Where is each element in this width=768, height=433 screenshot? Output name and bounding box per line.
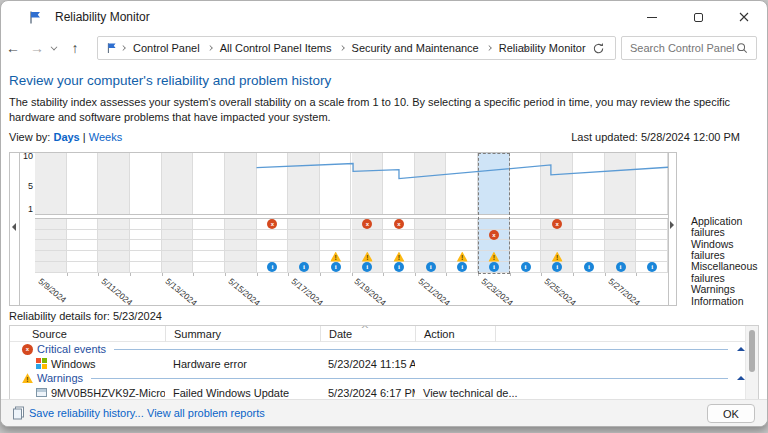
- column-header-summary[interactable]: Summary: [165, 326, 320, 342]
- event-grid-cell[interactable]: [193, 219, 225, 230]
- event-grid-cell[interactable]: [225, 219, 257, 230]
- event-grid-cell[interactable]: [35, 230, 67, 241]
- maximize-button[interactable]: [675, 1, 721, 33]
- event-grid-cell[interactable]: [67, 219, 99, 230]
- event-grid-cell[interactable]: [288, 240, 320, 251]
- event-grid-cell[interactable]: [605, 251, 637, 262]
- scrollbar-thumb[interactable]: [749, 330, 755, 372]
- warning-event-icon[interactable]: !: [457, 252, 468, 262]
- column-header-date[interactable]: Date^: [320, 326, 415, 342]
- column-header-source[interactable]: Source: [10, 326, 165, 342]
- error-event-icon[interactable]: x: [267, 219, 277, 229]
- view-all-problem-reports-link[interactable]: View all problem reports: [147, 407, 265, 419]
- event-grid-cell[interactable]: [415, 240, 447, 251]
- event-grid-cell[interactable]: [636, 230, 668, 241]
- error-event-icon[interactable]: x: [394, 219, 404, 229]
- view-by-days-link[interactable]: Days: [53, 131, 79, 143]
- event-grid-cell[interactable]: [573, 240, 605, 251]
- event-grid-cell[interactable]: [383, 240, 415, 251]
- address-dropdown-chevron-icon[interactable]: [523, 44, 530, 51]
- error-event-icon[interactable]: x: [362, 219, 372, 229]
- event-grid-cell[interactable]: [415, 251, 447, 262]
- event-grid-cell[interactable]: [320, 240, 352, 251]
- info-event-icon[interactable]: i: [299, 262, 309, 272]
- event-grid-cell[interactable]: [162, 262, 194, 273]
- event-grid-cell[interactable]: [225, 262, 257, 273]
- event-grid-cell[interactable]: [541, 230, 573, 241]
- event-grid-cell[interactable]: [257, 240, 289, 251]
- event-grid-cell[interactable]: [573, 219, 605, 230]
- event-grid-cell[interactable]: [257, 251, 289, 262]
- event-grid-cell[interactable]: [162, 230, 194, 241]
- event-grid-cell[interactable]: [446, 240, 478, 251]
- event-grid-cell[interactable]: [288, 251, 320, 262]
- event-grid-cell[interactable]: [35, 251, 67, 262]
- refresh-icon[interactable]: [592, 42, 605, 55]
- event-grid-cell[interactable]: [193, 230, 225, 241]
- back-button[interactable]: ←: [1, 40, 25, 56]
- view-by-weeks-link[interactable]: Weeks: [89, 131, 122, 143]
- event-grid-cell[interactable]: [130, 262, 162, 273]
- event-grid-cell[interactable]: [383, 230, 415, 241]
- info-event-icon[interactable]: i: [521, 262, 531, 272]
- event-grid-cell[interactable]: [446, 230, 478, 241]
- warning-event-icon[interactable]: !: [552, 252, 563, 262]
- event-grid-cell[interactable]: [35, 262, 67, 273]
- info-event-icon[interactable]: i: [489, 262, 499, 272]
- event-grid-cell[interactable]: [320, 219, 352, 230]
- event-grid-cell[interactable]: [446, 219, 478, 230]
- event-grid-cell[interactable]: [636, 251, 668, 262]
- warning-event-icon[interactable]: !: [362, 252, 373, 262]
- info-event-icon[interactable]: i: [426, 262, 436, 272]
- collapse-chevron-icon[interactable]: [737, 347, 745, 351]
- search-icon[interactable]: [736, 42, 748, 54]
- event-grid-cell[interactable]: [162, 240, 194, 251]
- event-grid-cell[interactable]: [320, 230, 352, 241]
- error-event-icon[interactable]: x: [552, 219, 562, 229]
- warning-event-icon[interactable]: !: [393, 252, 404, 262]
- info-event-icon[interactable]: i: [552, 262, 562, 272]
- event-grid-cell[interactable]: [510, 251, 542, 262]
- info-event-icon[interactable]: i: [394, 262, 404, 272]
- event-grid-cell[interactable]: [193, 262, 225, 273]
- breadcrumb-item[interactable]: Control Panel: [128, 42, 205, 54]
- action-link[interactable]: View technical de...: [415, 387, 747, 399]
- event-grid-cell[interactable]: [67, 230, 99, 241]
- event-row[interactable]: WindowsHardware error5/23/2024 11:15 AM: [10, 357, 747, 371]
- event-grid-cell[interactable]: [130, 219, 162, 230]
- event-grid-cell[interactable]: [225, 230, 257, 241]
- event-grid-cell[interactable]: [130, 230, 162, 241]
- up-button[interactable]: ↑: [63, 40, 87, 56]
- event-grid-cell[interactable]: [67, 251, 99, 262]
- event-grid-cell[interactable]: [193, 251, 225, 262]
- event-grid-cell[interactable]: [257, 230, 289, 241]
- address-bar[interactable]: Control PanelAll Control Panel ItemsSecu…: [97, 36, 616, 60]
- event-grid-cell[interactable]: [162, 251, 194, 262]
- event-grid-cell[interactable]: [98, 240, 130, 251]
- breadcrumb-chevron-icon[interactable]: [339, 45, 344, 50]
- event-grid-cell[interactable]: [67, 262, 99, 273]
- search-box[interactable]: Search Control Panel: [621, 36, 757, 60]
- minimize-button[interactable]: [629, 1, 675, 33]
- event-grid-cell[interactable]: [573, 251, 605, 262]
- event-grid-cell[interactable]: [193, 240, 225, 251]
- info-event-icon[interactable]: i: [616, 262, 626, 272]
- event-grid-cell[interactable]: [636, 240, 668, 251]
- event-grid-cell[interactable]: [478, 240, 510, 251]
- breadcrumb-chevron-icon[interactable]: [120, 45, 125, 50]
- info-event-icon[interactable]: i: [584, 262, 594, 272]
- event-grid-cell[interactable]: [130, 240, 162, 251]
- collapse-chevron-icon[interactable]: [737, 376, 745, 380]
- event-grid-cell[interactable]: [605, 219, 637, 230]
- info-event-icon[interactable]: i: [457, 262, 467, 272]
- event-grid-cell[interactable]: [636, 219, 668, 230]
- column-header-action[interactable]: Action: [415, 326, 495, 342]
- breadcrumb-item[interactable]: Security and Maintenance: [347, 42, 484, 54]
- event-grid-cell[interactable]: [288, 219, 320, 230]
- event-grid-cell[interactable]: [415, 230, 447, 241]
- event-grid-cell[interactable]: [162, 219, 194, 230]
- event-grid-cell[interactable]: [35, 219, 67, 230]
- event-grid-cell[interactable]: [225, 240, 257, 251]
- warning-event-icon[interactable]: !: [488, 252, 499, 262]
- event-grid-cell[interactable]: [352, 230, 384, 241]
